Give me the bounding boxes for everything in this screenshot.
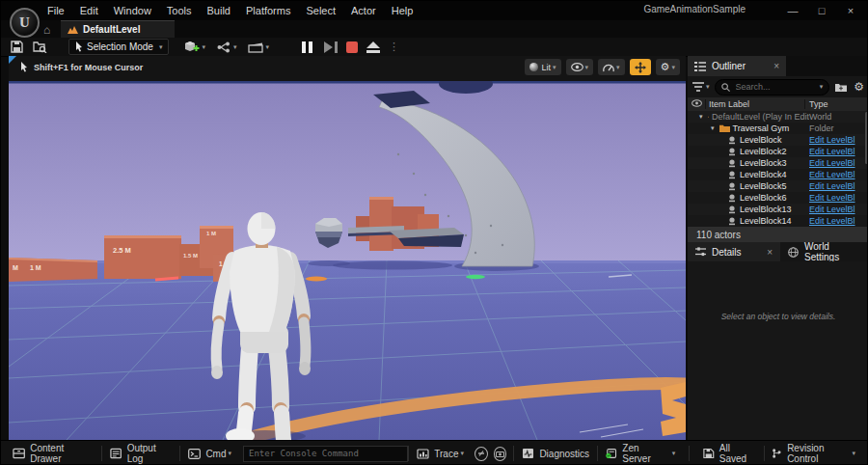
blueprint-nodes-icon	[217, 41, 231, 53]
content-drawer-button[interactable]: Content Drawer	[5, 441, 101, 465]
outliner-filter-row: ▾ ▾ ⚙	[688, 76, 868, 97]
platform-shadow	[308, 260, 350, 266]
show-flags-dropdown[interactable]: ▾	[566, 59, 594, 75]
selection-mode-dropdown[interactable]: Selection Mode ▾	[68, 39, 169, 55]
svg-text:1.5 M: 1.5 M	[183, 253, 198, 259]
blueprints-dropdown[interactable]: ▾	[217, 41, 237, 53]
menu-platforms[interactable]: Platforms	[238, 5, 298, 16]
all-saved-button[interactable]: All Saved	[695, 441, 763, 465]
view-mode-dropdown[interactable]: Lit ▾	[525, 59, 561, 75]
tab-outliner[interactable]: Outliner ×	[688, 56, 786, 76]
outliner-row-levelblock[interactable]: LevelBlock Edit LevelBl	[688, 134, 868, 146]
eye-icon[interactable]	[692, 99, 702, 107]
outliner-row-levelblock[interactable]: LevelBlock5 Edit LevelBl	[688, 180, 868, 192]
svg-text:2.5 M: 2.5 M	[113, 246, 131, 255]
viewport-scene[interactable]: M 1 M 2.5 M 1.5 M 1 M 1 M	[9, 81, 686, 440]
menu-file[interactable]: File	[40, 5, 72, 16]
folder-icon	[719, 124, 730, 132]
close-button[interactable]: ×	[836, 1, 865, 20]
world-settings-tab-label: World Settings	[804, 241, 861, 262]
chevron-down-icon: ▾	[229, 450, 232, 457]
console-command-input[interactable]	[243, 446, 408, 462]
menu-window[interactable]: Window	[106, 5, 159, 16]
eye-icon	[571, 63, 583, 71]
right-dock-panel: Outliner × ▾ ▾	[688, 56, 868, 440]
tab-world-settings[interactable]: World Settings	[780, 242, 868, 261]
outliner-row-levelblock[interactable]: LevelBlock3 Edit LevelBl	[688, 157, 868, 169]
menu-actor[interactable]: Actor	[343, 5, 384, 16]
outliner-row-levelblock[interactable]: LevelBlock2 Edit LevelBl	[688, 146, 868, 157]
tab-details[interactable]: Details ×	[688, 242, 780, 261]
lit-sphere-icon	[529, 63, 538, 71]
play-options-kebab-icon[interactable]: ⋮	[389, 41, 399, 53]
cmd-dropdown[interactable]: Cmd ▾	[180, 441, 239, 465]
outliner-row-world[interactable]: ▾ DefaultLevel (Play In Edit World	[688, 111, 868, 123]
column-item-label[interactable]: Item Label	[705, 99, 804, 109]
menu-edit[interactable]: Edit	[72, 5, 106, 16]
maximize-button[interactable]: □	[807, 1, 836, 20]
minimize-button[interactable]: —	[778, 1, 807, 20]
output-log-button[interactable]: Output Log	[102, 441, 179, 465]
outliner-row-levelblock[interactable]: LevelBlock4 Edit LevelBl	[688, 169, 868, 180]
view-mode-label: Lit	[542, 63, 552, 72]
stop-button[interactable]	[346, 41, 358, 53]
zen-server-dropdown[interactable]: Zen Server ▾	[598, 441, 683, 465]
outliner-row-folder[interactable]: ▾ Traversal Gym Folder	[688, 123, 868, 134]
trace-screenshot-icon[interactable]	[494, 447, 507, 461]
expander-icon[interactable]: ▾	[699, 113, 703, 121]
tab-default-level[interactable]: DefaultLevel	[61, 20, 175, 38]
trace-dropdown[interactable]: Trace ▾	[409, 441, 472, 465]
filter-icon[interactable]	[692, 82, 704, 92]
main-toolbar: Selection Mode ▾ ▾	[1, 38, 868, 57]
details-body: Select an object to view details.	[688, 261, 868, 440]
transform-mode-button[interactable]	[630, 59, 651, 75]
content-drawer-icon	[13, 448, 25, 459]
performance-dropdown[interactable]: ▾	[598, 59, 625, 75]
output-log-icon	[110, 448, 122, 459]
outliner-row-levelblock[interactable]: LevelBlock14 Edit LevelBl	[688, 215, 868, 227]
svg-text:M: M	[13, 264, 18, 271]
menu-bar: File Edit Window Tools Build Platforms S…	[40, 1, 420, 20]
expander-icon[interactable]: ▾	[711, 124, 715, 132]
actor-icon	[728, 194, 736, 203]
level-viewport[interactable]: Shift+F1 for Mouse Cursor Lit ▾ ▾	[9, 56, 686, 440]
menu-select[interactable]: Select	[298, 5, 343, 16]
add-actor-dropdown[interactable]: ▾	[184, 41, 205, 54]
browse-icon	[33, 41, 47, 53]
save-all-button[interactable]	[11, 41, 23, 53]
new-folder-icon[interactable]	[834, 82, 848, 93]
eject-button[interactable]	[366, 41, 380, 53]
column-type[interactable]: Type	[804, 99, 868, 109]
outliner-column-header: Item Label Type	[688, 97, 868, 111]
level-tab-label: DefaultLevel	[83, 24, 140, 35]
diagnostics-button[interactable]: Diagnostics	[514, 441, 597, 465]
chevron-down-icon: ▾	[672, 450, 676, 457]
cursor-icon	[75, 41, 83, 52]
close-icon[interactable]: ×	[773, 61, 779, 71]
pause-button[interactable]	[302, 41, 315, 53]
sliders-icon	[695, 247, 706, 257]
outliner-row-levelblock[interactable]: LevelBlock6 Edit LevelBl	[688, 192, 868, 204]
actor-icon	[728, 136, 736, 145]
content-browser-button[interactable]	[33, 41, 47, 53]
orange-floor-glyph	[661, 382, 686, 436]
outliner-search[interactable]: ▾	[715, 79, 830, 96]
chevron-down-icon: ▾	[706, 83, 710, 91]
menu-help[interactable]: Help	[384, 5, 421, 16]
sky	[9, 81, 686, 260]
status-bar: Content Drawer Output Log Cmd ▾	[1, 440, 868, 465]
menu-build[interactable]: Build	[200, 5, 238, 16]
gear-icon[interactable]: ⚙	[854, 80, 864, 94]
close-icon[interactable]: ×	[767, 247, 773, 258]
trace-snapshot-icon[interactable]	[475, 447, 488, 461]
search-input[interactable]	[734, 81, 818, 93]
viewport-settings-dropdown[interactable]: ⚙ ▾	[656, 59, 680, 75]
cinematics-dropdown[interactable]: ▾	[248, 41, 269, 53]
menu-tools[interactable]: Tools	[159, 5, 200, 16]
outliner-row-levelblock[interactable]: LevelBlock13 Edit LevelBl	[688, 204, 868, 215]
frame-skip-button[interactable]	[324, 41, 338, 53]
home-icon[interactable]: ⌂	[43, 23, 50, 37]
chevron-down-icon: ▾	[585, 64, 589, 71]
details-tab-label: Details	[712, 247, 767, 258]
revision-control-dropdown[interactable]: Revision Control ▾	[764, 441, 863, 465]
